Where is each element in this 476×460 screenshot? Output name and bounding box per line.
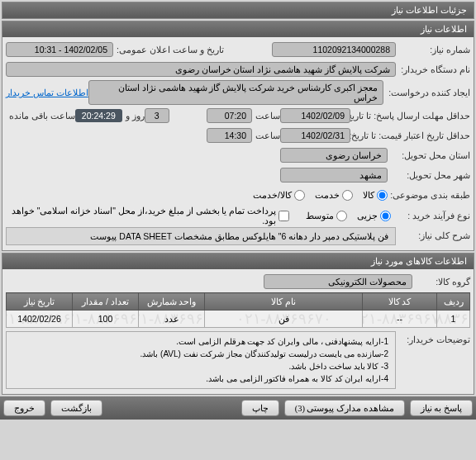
group-label: گروه کالا: (412, 277, 470, 287)
payment-checkbox-input[interactable] (278, 211, 289, 221)
category-label: طبقه بندی موضوعی: (388, 190, 470, 200)
info-panel: اطلاعات نیاز شماره نیاز: 110209213400028… (2, 21, 474, 251)
deadline-label: حداقل مهلت ارسال پاسخ: تا تاریخ: (350, 111, 470, 121)
desc-label: شرح کلی نیاز: (396, 227, 470, 245)
deadline-time: 07:20 (207, 108, 252, 123)
days-value: 3 (145, 108, 169, 123)
cell-unit: عدد (139, 311, 205, 328)
process-radio-group: جزیی متوسط (306, 211, 391, 221)
cell-idx: 1 (437, 311, 470, 328)
th-qty: تعداد / مقدار (73, 293, 139, 311)
radio-joz-input[interactable] (380, 211, 391, 221)
city-value: مشهد (280, 168, 388, 183)
valid-date: 1402/02/31 (280, 128, 350, 143)
th-date: تاریخ نیاز (7, 293, 73, 311)
city-label: شهر محل تحویل: (388, 170, 470, 180)
details-header: جزئیات اطلاعات نیاز (2, 2, 474, 18)
buyer-notes: 1-ارایه پیشنهادفنی ، مالی وایران کد جهت … (6, 331, 396, 389)
remain-label: ساعت باقی مانده (6, 111, 75, 121)
exit-button[interactable]: خروج (3, 400, 45, 416)
radio-kala-input[interactable] (377, 190, 388, 201)
attachments-button[interactable]: مشاهده مدارک پیوستی (3) (284, 400, 405, 416)
creator-label: ایجاد کننده درخواست: (383, 88, 470, 97)
th-idx: ردیف (437, 293, 470, 311)
category-radio-group: کالا خدمت کالا/خدمت (253, 190, 388, 201)
table-row: 1 -- فن عدد 100 1402/02/26 (7, 311, 470, 328)
need-no-value: 1102092134000288 (272, 42, 396, 57)
announce-value: 1402/02/05 - 10:31 (6, 42, 113, 57)
th-unit: واحد شمارش (139, 293, 205, 311)
province-label: استان محل تحویل: (388, 150, 470, 160)
contact-link[interactable]: اطلاعات تماس خریدار (6, 88, 88, 97)
deadline-date: 1402/02/09 (280, 108, 350, 123)
goods-header: اطلاعات کالاهای مورد نیاز (2, 254, 474, 269)
cell-name: فن (205, 311, 363, 328)
radio-both[interactable]: کالا/خدمت (253, 190, 305, 201)
time-label-2: ساعت (252, 130, 280, 140)
countdown-timer: 20:24:29 (75, 109, 122, 122)
valid-label: حداقل تاریخ اعتبار قیمت: تا تاریخ: (350, 130, 470, 140)
radio-joz[interactable]: جزیی (357, 211, 391, 221)
goods-panel: اطلاعات کالاهای مورد نیاز گروه کالا: محص… (2, 253, 474, 395)
cell-code: -- (363, 311, 437, 328)
button-bar: پاسخ به نیاز مشاهده مدارک پیوستی (3) چاپ… (0, 396, 476, 420)
process-label: نوع فرآیند خرید : (391, 211, 470, 221)
info-header: اطلاعات نیاز (2, 21, 474, 37)
details-panel: جزئیات اطلاعات نیاز (2, 2, 474, 19)
back-button[interactable]: بازگشت (50, 400, 102, 416)
th-code: کد کالا (363, 293, 437, 311)
days-label: روز و (122, 111, 145, 121)
desc-value: فن پلاستیکی دمپر دار دهانه 6" هایلوکس مط… (6, 227, 396, 245)
radio-moto-input[interactable] (336, 211, 347, 221)
goods-table: ردیف کد کالا نام کالا واحد شمارش تعداد /… (6, 292, 470, 328)
group-value: محصولات الکترونیکی (264, 274, 412, 289)
valid-time: 14:30 (207, 128, 252, 143)
cell-date: 1402/02/26 (7, 311, 73, 328)
buyer-label: نام دستگاه خریدار: (396, 64, 470, 74)
th-name: نام کالا (205, 293, 363, 311)
notes-label: توضیحات خریدار: (396, 331, 470, 344)
announce-label: تاریخ و ساعت اعلان عمومی: (113, 45, 224, 55)
radio-moto[interactable]: متوسط (306, 211, 347, 221)
time-label-1: ساعت (252, 111, 280, 121)
print-button[interactable]: چاپ (241, 400, 279, 416)
province-value: خراسان رضوی (280, 148, 388, 163)
need-no-label: شماره نیاز: (396, 45, 470, 55)
respond-button[interactable]: پاسخ به نیاز (410, 400, 473, 416)
radio-both-input[interactable] (294, 190, 305, 201)
cell-qty: 100 (73, 311, 139, 328)
creator-value: معجز اکبری کارشناس خرید شرکت پالایش گاز … (88, 80, 383, 105)
radio-kala[interactable]: کالا (363, 190, 388, 201)
buyer-value: شرکت پالایش گاز شهید هاشمی نژاد استان خر… (6, 62, 396, 77)
radio-khedmat[interactable]: خدمت (315, 190, 353, 201)
radio-khedmat-input[interactable] (342, 190, 353, 201)
payment-checkbox[interactable]: پرداخت تمام یا بخشی از مبلغ خرید،از محل … (6, 206, 289, 225)
